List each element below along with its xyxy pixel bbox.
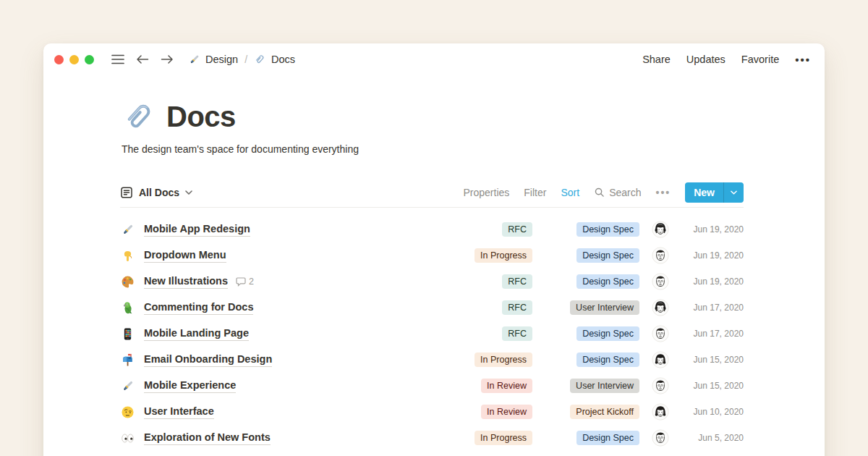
sort-button[interactable]: Sort xyxy=(561,187,579,198)
status-tag[interactable]: RFC xyxy=(502,300,532,316)
doc-title[interactable]: Mobile Landing Page xyxy=(144,326,249,341)
new-button[interactable]: New xyxy=(685,182,744,203)
view-switcher-label: All Docs xyxy=(139,187,179,198)
share-button[interactable]: Share xyxy=(642,54,671,65)
toolbar-more-icon[interactable]: ••• xyxy=(655,187,671,198)
edited-date: Jun 5, 2020 xyxy=(678,433,744,443)
paperclip-icon xyxy=(254,54,266,66)
edited-date: Jun 19, 2020 xyxy=(678,276,744,287)
table-row[interactable]: Dropdown Menu In Progress Design Spec Ju… xyxy=(120,242,744,269)
avatar xyxy=(652,247,669,264)
mailbox-icon xyxy=(120,352,135,367)
database-toolbar: All Docs Properties Filter Sort Search •… xyxy=(120,177,744,208)
doc-title[interactable]: Mobile App Redesign xyxy=(144,222,250,237)
pointing-down-icon xyxy=(120,248,135,263)
breadcrumb-item-docs[interactable]: Docs xyxy=(271,54,295,65)
list-view-icon xyxy=(120,186,133,199)
paintbrush-icon xyxy=(120,222,135,237)
status-tag[interactable]: In Progress xyxy=(475,431,532,446)
app-window: Design / Docs Share Updates Favorite •••… xyxy=(43,43,825,456)
paintbrush-icon xyxy=(120,379,135,393)
comment-count[interactable]: 2 xyxy=(236,276,254,287)
table-row[interactable]: Email Onboarding Design In Progress Desi… xyxy=(120,347,744,373)
doc-title[interactable]: New Illustrations xyxy=(144,274,228,289)
type-tag[interactable]: User Interview xyxy=(570,300,639,316)
status-tag[interactable]: In Review xyxy=(481,379,532,394)
back-arrow-icon[interactable] xyxy=(136,55,149,64)
status-tag[interactable]: RFC xyxy=(502,326,532,342)
traffic-lights xyxy=(54,55,94,64)
table-row[interactable]: Mobile Experience In Review User Intervi… xyxy=(120,373,744,399)
table-row[interactable]: Mobile Landing Page RFC Design Spec Jun … xyxy=(120,321,744,347)
type-tag[interactable]: Design Spec xyxy=(576,222,639,237)
search-icon xyxy=(594,187,605,198)
type-tag[interactable]: Project Kickoff xyxy=(570,405,639,420)
avatar xyxy=(652,221,669,238)
updates-button[interactable]: Updates xyxy=(686,54,726,65)
filter-button[interactable]: Filter xyxy=(524,187,546,198)
chevron-down-icon xyxy=(731,190,737,195)
type-tag[interactable]: Design Spec xyxy=(576,326,639,342)
hamburger-menu-icon[interactable] xyxy=(111,54,124,64)
eyes-icon xyxy=(120,431,135,445)
edited-date: Jun 15, 2020 xyxy=(678,355,744,365)
page-title: Docs xyxy=(166,101,236,133)
status-tag[interactable]: In Progress xyxy=(475,352,532,368)
parrot-icon xyxy=(120,300,135,315)
type-tag[interactable]: Design Spec xyxy=(576,248,639,263)
favorite-button[interactable]: Favorite xyxy=(741,54,779,65)
minimize-window-button[interactable] xyxy=(69,55,79,64)
raised-eyebrow-icon xyxy=(120,405,135,419)
new-button-dropdown[interactable] xyxy=(724,182,744,203)
type-tag[interactable]: Design Spec xyxy=(576,274,639,290)
edited-date: Jun 17, 2020 xyxy=(678,329,744,339)
avatar xyxy=(652,299,669,316)
paintbrush-icon xyxy=(188,54,200,66)
more-options-icon[interactable]: ••• xyxy=(795,54,811,66)
edited-date: Jun 10, 2020 xyxy=(678,407,744,417)
doc-title[interactable]: Mobile Experience xyxy=(144,379,236,393)
table-row[interactable]: New Illustrations 2 RFC Design Spec Jun … xyxy=(120,269,744,295)
mobile-phone-icon xyxy=(120,326,135,341)
status-tag[interactable]: RFC xyxy=(502,274,532,290)
type-tag[interactable]: User Interview xyxy=(570,379,639,394)
avatar xyxy=(652,377,669,394)
zoom-window-button[interactable] xyxy=(85,55,94,64)
edited-date: Jun 19, 2020 xyxy=(678,224,744,235)
breadcrumb-separator: / xyxy=(244,54,247,65)
close-window-button[interactable] xyxy=(54,55,64,64)
avatar xyxy=(652,351,669,368)
status-tag[interactable]: In Progress xyxy=(475,248,532,263)
search-button[interactable]: Search xyxy=(594,187,641,198)
type-tag[interactable]: Design Spec xyxy=(576,352,639,368)
doc-title[interactable]: User Interface xyxy=(144,405,214,419)
chevron-down-icon xyxy=(185,190,192,195)
table-row[interactable]: Exploration of New Fonts In Progress Des… xyxy=(120,425,744,451)
doc-title[interactable]: Email Onboarding Design xyxy=(144,352,272,367)
doc-title[interactable]: Exploration of New Fonts xyxy=(144,431,271,445)
edited-date: Jun 19, 2020 xyxy=(678,250,744,261)
type-tag[interactable]: Design Spec xyxy=(576,431,639,446)
doc-title[interactable]: Commenting for Docs xyxy=(144,300,253,315)
properties-button[interactable]: Properties xyxy=(464,187,510,198)
comment-bubble-icon xyxy=(236,277,246,287)
avatar xyxy=(652,429,669,447)
status-tag[interactable]: RFC xyxy=(502,222,532,237)
forward-arrow-icon[interactable] xyxy=(161,55,174,64)
breadcrumb-item-design[interactable]: Design xyxy=(205,54,238,65)
paperclip-icon[interactable] xyxy=(122,100,156,134)
doc-title[interactable]: Dropdown Menu xyxy=(144,248,226,263)
new-button-label[interactable]: New xyxy=(685,182,723,203)
palette-icon xyxy=(120,274,135,289)
table-row[interactable]: User Interface In Review Project Kickoff… xyxy=(120,399,744,425)
avatar xyxy=(652,403,669,421)
edited-date: Jun 17, 2020 xyxy=(678,303,744,313)
avatar xyxy=(652,325,669,342)
avatar xyxy=(652,273,669,290)
docs-table: Mobile App Redesign RFC Design Spec Jun … xyxy=(120,216,744,451)
status-tag[interactable]: In Review xyxy=(481,405,532,420)
view-switcher[interactable]: All Docs xyxy=(120,186,192,199)
table-row[interactable]: Mobile App Redesign RFC Design Spec Jun … xyxy=(120,216,744,242)
table-row[interactable]: Commenting for Docs RFC User Interview J… xyxy=(120,295,744,321)
breadcrumb: Design / Docs xyxy=(188,54,295,66)
